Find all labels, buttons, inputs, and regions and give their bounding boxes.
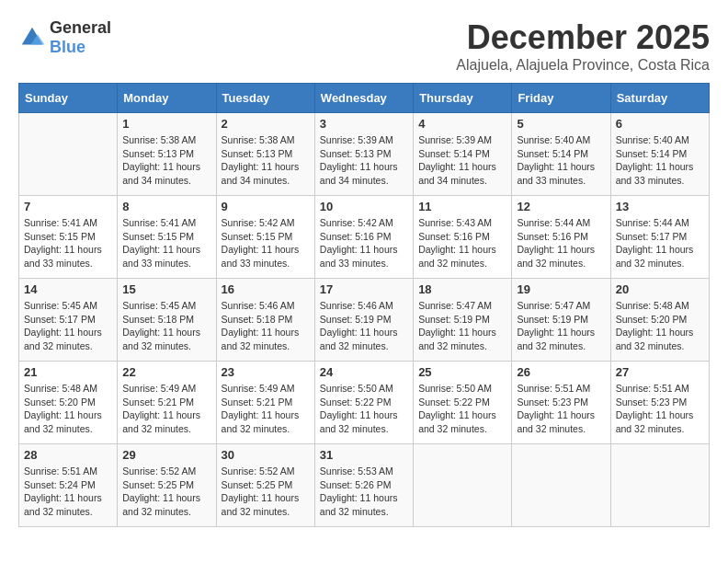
day-info: Sunrise: 5:45 AMSunset: 5:17 PMDaylight:… — [24, 299, 112, 353]
day-info: Sunrise: 5:41 AMSunset: 5:15 PMDaylight:… — [24, 216, 112, 270]
day-number: 30 — [222, 448, 310, 462]
day-info: Sunrise: 5:45 AMSunset: 5:18 PMDaylight:… — [122, 299, 210, 353]
calendar-cell: 8Sunrise: 5:41 AMSunset: 5:15 PMDaylight… — [118, 196, 216, 279]
calendar-cell: 27Sunrise: 5:51 AMSunset: 5:23 PMDayligh… — [610, 362, 709, 444]
day-number: 22 — [122, 365, 210, 379]
day-info: Sunrise: 5:40 AMSunset: 5:14 PMDaylight:… — [616, 133, 704, 188]
week-row-4: 21Sunrise: 5:48 AMSunset: 5:20 PMDayligh… — [19, 362, 710, 444]
week-row-5: 28Sunrise: 5:51 AMSunset: 5:24 PMDayligh… — [19, 444, 710, 527]
day-number: 27 — [616, 365, 704, 379]
day-info: Sunrise: 5:46 AMSunset: 5:19 PMDaylight:… — [320, 299, 408, 353]
day-info: Sunrise: 5:50 AMSunset: 5:22 PMDaylight:… — [320, 382, 408, 436]
weekday-header-row: SundayMondayTuesdayWednesdayThursdayFrid… — [19, 84, 710, 113]
calendar-cell: 23Sunrise: 5:49 AMSunset: 5:21 PMDayligh… — [216, 362, 314, 444]
calendar-cell: 30Sunrise: 5:52 AMSunset: 5:25 PMDayligh… — [216, 444, 314, 527]
calendar-cell: 12Sunrise: 5:44 AMSunset: 5:16 PMDayligh… — [512, 196, 610, 279]
day-info: Sunrise: 5:51 AMSunset: 5:23 PMDaylight:… — [616, 382, 704, 436]
calendar-cell: 2Sunrise: 5:38 AMSunset: 5:13 PMDaylight… — [216, 113, 314, 196]
day-info: Sunrise: 5:39 AMSunset: 5:14 PMDaylight:… — [418, 133, 506, 188]
weekday-header-wednesday: Wednesday — [314, 84, 413, 113]
day-info: Sunrise: 5:47 AMSunset: 5:19 PMDaylight:… — [517, 299, 605, 353]
calendar-cell: 10Sunrise: 5:42 AMSunset: 5:16 PMDayligh… — [314, 196, 413, 279]
day-info: Sunrise: 5:51 AMSunset: 5:23 PMDaylight:… — [517, 382, 605, 436]
day-info: Sunrise: 5:41 AMSunset: 5:15 PMDaylight:… — [122, 216, 210, 270]
day-number: 23 — [222, 365, 310, 379]
logo-icon — [18, 24, 46, 52]
calendar-cell: 16Sunrise: 5:46 AMSunset: 5:18 PMDayligh… — [216, 279, 314, 362]
day-info: Sunrise: 5:43 AMSunset: 5:16 PMDaylight:… — [418, 216, 506, 270]
week-row-2: 7Sunrise: 5:41 AMSunset: 5:15 PMDaylight… — [19, 196, 710, 279]
calendar-cell — [610, 444, 709, 527]
calendar-cell — [19, 113, 118, 196]
calendar-cell: 1Sunrise: 5:38 AMSunset: 5:13 PMDaylight… — [118, 113, 216, 196]
day-number: 1 — [122, 117, 210, 131]
calendar-cell: 9Sunrise: 5:42 AMSunset: 5:15 PMDaylight… — [216, 196, 314, 279]
day-number: 18 — [418, 282, 506, 296]
day-number: 25 — [418, 365, 506, 379]
day-number: 5 — [517, 117, 605, 131]
day-info: Sunrise: 5:44 AMSunset: 5:16 PMDaylight:… — [517, 216, 605, 270]
calendar-cell: 5Sunrise: 5:40 AMSunset: 5:14 PMDaylight… — [512, 113, 610, 196]
weekday-header-monday: Monday — [118, 84, 216, 113]
day-info: Sunrise: 5:39 AMSunset: 5:13 PMDaylight:… — [320, 133, 408, 188]
week-row-3: 14Sunrise: 5:45 AMSunset: 5:17 PMDayligh… — [19, 279, 710, 362]
calendar-cell — [512, 444, 610, 527]
calendar-cell: 11Sunrise: 5:43 AMSunset: 5:16 PMDayligh… — [414, 196, 512, 279]
day-info: Sunrise: 5:51 AMSunset: 5:24 PMDaylight:… — [24, 465, 112, 519]
day-info: Sunrise: 5:52 AMSunset: 5:25 PMDaylight:… — [222, 465, 310, 519]
day-number: 11 — [418, 200, 506, 213]
logo-blue: Blue — [50, 38, 85, 56]
calendar-cell: 22Sunrise: 5:49 AMSunset: 5:21 PMDayligh… — [118, 362, 216, 444]
day-number: 15 — [122, 282, 210, 296]
day-number: 26 — [517, 365, 605, 379]
day-number: 16 — [222, 282, 310, 296]
day-number: 12 — [517, 200, 605, 213]
day-number: 4 — [418, 117, 506, 131]
day-number: 29 — [122, 448, 210, 462]
calendar-cell — [414, 444, 512, 527]
day-number: 19 — [517, 282, 605, 296]
day-info: Sunrise: 5:48 AMSunset: 5:20 PMDaylight:… — [24, 382, 112, 436]
week-row-1: 1Sunrise: 5:38 AMSunset: 5:13 PMDaylight… — [19, 113, 710, 196]
day-number: 24 — [320, 365, 408, 379]
day-info: Sunrise: 5:49 AMSunset: 5:21 PMDaylight:… — [222, 382, 310, 436]
day-number: 28 — [24, 448, 112, 462]
logo: General Blue — [18, 18, 111, 57]
page-header: General Blue December 2025 Alajuela, Ala… — [18, 18, 710, 74]
day-info: Sunrise: 5:49 AMSunset: 5:21 PMDaylight:… — [122, 382, 210, 436]
day-number: 9 — [222, 200, 310, 213]
day-number: 14 — [24, 282, 112, 296]
day-info: Sunrise: 5:44 AMSunset: 5:17 PMDaylight:… — [616, 216, 704, 270]
calendar-cell: 20Sunrise: 5:48 AMSunset: 5:20 PMDayligh… — [610, 279, 709, 362]
day-number: 2 — [222, 117, 310, 131]
day-number: 8 — [122, 200, 210, 213]
calendar-cell: 28Sunrise: 5:51 AMSunset: 5:24 PMDayligh… — [19, 444, 118, 527]
calendar-table: SundayMondayTuesdayWednesdayThursdayFrid… — [18, 83, 710, 527]
calendar-cell: 15Sunrise: 5:45 AMSunset: 5:18 PMDayligh… — [118, 279, 216, 362]
weekday-header-thursday: Thursday — [414, 84, 512, 113]
logo-general: General — [50, 18, 111, 37]
day-info: Sunrise: 5:38 AMSunset: 5:13 PMDaylight:… — [222, 133, 310, 188]
day-info: Sunrise: 5:46 AMSunset: 5:18 PMDaylight:… — [222, 299, 310, 353]
weekday-header-sunday: Sunday — [19, 84, 118, 113]
day-info: Sunrise: 5:53 AMSunset: 5:26 PMDaylight:… — [320, 465, 408, 519]
calendar-cell: 21Sunrise: 5:48 AMSunset: 5:20 PMDayligh… — [19, 362, 118, 444]
calendar-cell: 26Sunrise: 5:51 AMSunset: 5:23 PMDayligh… — [512, 362, 610, 444]
day-info: Sunrise: 5:47 AMSunset: 5:19 PMDaylight:… — [418, 299, 506, 353]
day-info: Sunrise: 5:52 AMSunset: 5:25 PMDaylight:… — [122, 465, 210, 519]
logo-text: General Blue — [50, 18, 111, 57]
day-number: 7 — [24, 200, 112, 213]
calendar-cell: 7Sunrise: 5:41 AMSunset: 5:15 PMDaylight… — [19, 196, 118, 279]
weekday-header-saturday: Saturday — [610, 84, 709, 113]
calendar-cell: 17Sunrise: 5:46 AMSunset: 5:19 PMDayligh… — [314, 279, 413, 362]
calendar-cell: 6Sunrise: 5:40 AMSunset: 5:14 PMDaylight… — [610, 113, 709, 196]
day-number: 31 — [320, 448, 408, 462]
subtitle: Alajuela, Alajuela Province, Costa Rica — [456, 57, 710, 74]
calendar-cell: 3Sunrise: 5:39 AMSunset: 5:13 PMDaylight… — [314, 113, 413, 196]
day-number: 10 — [320, 200, 408, 213]
day-number: 20 — [616, 282, 704, 296]
calendar-cell: 18Sunrise: 5:47 AMSunset: 5:19 PMDayligh… — [414, 279, 512, 362]
day-info: Sunrise: 5:50 AMSunset: 5:22 PMDaylight:… — [418, 382, 506, 436]
calendar-cell: 13Sunrise: 5:44 AMSunset: 5:17 PMDayligh… — [610, 196, 709, 279]
day-number: 6 — [616, 117, 704, 131]
